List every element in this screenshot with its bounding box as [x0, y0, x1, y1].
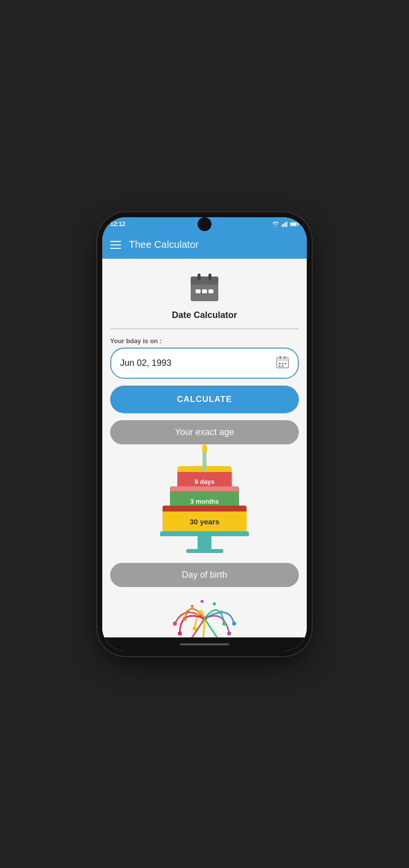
- candle-body: [203, 451, 206, 471]
- svg-point-29: [227, 631, 231, 635]
- tab-date[interactable]: Date: [173, 329, 236, 329]
- status-bar: 12:12: [102, 217, 307, 231]
- calendar-icon-container: [187, 269, 222, 306]
- date-value: Jun 02, 1993: [120, 358, 171, 368]
- svg-rect-21: [279, 365, 281, 367]
- day-of-birth-banner: Day of birth: [110, 563, 299, 587]
- tab-day-calculator[interactable]: Day Calculator: [236, 329, 298, 329]
- tab-bar: DOB Date Day Calculator: [110, 328, 299, 329]
- svg-rect-1: [284, 223, 285, 227]
- cake-middle-text: 3 months: [190, 498, 219, 505]
- svg-point-37: [186, 610, 188, 612]
- birthday-cake: 9 days 3 months 30 years: [160, 451, 249, 553]
- svg-rect-20: [285, 363, 286, 364]
- svg-rect-22: [282, 365, 284, 367]
- svg-point-24: [173, 622, 177, 626]
- cake-bottom-text: 30 years: [190, 517, 219, 526]
- calculate-button[interactable]: CALCULATE: [110, 386, 299, 413]
- svg-point-25: [183, 617, 187, 621]
- svg-rect-19: [282, 363, 284, 364]
- svg-point-34: [191, 605, 194, 608]
- phone-frame: 12:12: [102, 217, 307, 651]
- cake-stand: [160, 531, 249, 553]
- status-time: 12:12: [110, 221, 125, 228]
- main-content: Date Calculator DOB Date Day Calculator …: [102, 259, 307, 637]
- app-bar: Thee Calculator: [102, 231, 307, 259]
- home-indicator: [180, 643, 229, 645]
- svg-point-35: [213, 602, 216, 605]
- exact-age-banner: Your exact age: [110, 420, 299, 444]
- svg-rect-5: [298, 223, 299, 225]
- status-icons: [272, 221, 299, 227]
- svg-point-27: [222, 622, 226, 626]
- svg-rect-0: [282, 224, 283, 227]
- svg-rect-10: [208, 274, 211, 280]
- svg-rect-6: [290, 223, 296, 225]
- svg-point-30: [178, 631, 182, 635]
- camera-notch: [198, 217, 211, 231]
- candle: [203, 451, 206, 471]
- tab-dob[interactable]: DOB: [111, 329, 173, 329]
- fireworks-icon: [165, 594, 244, 637]
- svg-rect-18: [279, 363, 281, 364]
- svg-rect-3: [286, 221, 287, 227]
- svg-rect-15: [277, 357, 288, 361]
- svg-rect-8: [191, 276, 218, 284]
- cake-bottom-tier: 30 years: [163, 510, 246, 531]
- date-picker-icon[interactable]: [276, 355, 289, 371]
- svg-point-36: [201, 600, 204, 603]
- svg-rect-9: [198, 274, 201, 280]
- svg-rect-11: [196, 289, 201, 293]
- cake-top-text: 9 days: [195, 478, 214, 485]
- fireworks: [165, 594, 244, 637]
- svg-rect-16: [280, 356, 281, 359]
- calendar-icon: [187, 269, 222, 304]
- battery-icon: [290, 221, 299, 227]
- signal-icon: [282, 221, 287, 227]
- svg-rect-2: [285, 222, 286, 227]
- page-title: Date Calculator: [172, 310, 237, 320]
- menu-button[interactable]: [110, 241, 121, 249]
- svg-point-26: [193, 627, 197, 631]
- date-input[interactable]: Jun 02, 1993: [110, 348, 299, 379]
- bottom-bar: [102, 637, 307, 651]
- svg-rect-13: [208, 289, 213, 293]
- svg-point-28: [232, 622, 236, 626]
- svg-rect-17: [284, 356, 286, 359]
- field-label: Your bday is on :: [110, 337, 162, 345]
- app-title: Thee Calculator: [129, 239, 199, 250]
- svg-point-38: [221, 610, 223, 612]
- svg-rect-12: [202, 289, 207, 293]
- wifi-icon: [272, 221, 279, 227]
